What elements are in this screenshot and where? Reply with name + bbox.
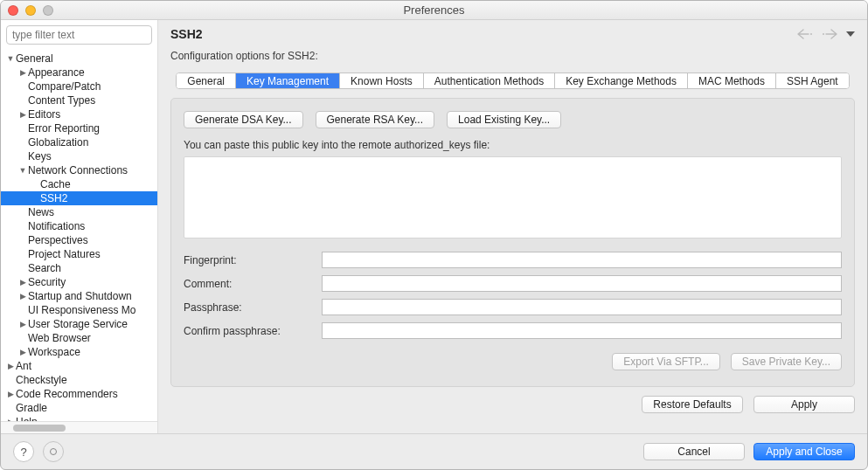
tab-group: GeneralKey ManagementKnown HostsAuthenti…	[176, 73, 849, 89]
tree-item[interactable]: Search	[1, 261, 157, 275]
page-nav-icons	[797, 29, 855, 39]
sidebar-scrollbar[interactable]	[1, 421, 157, 433]
confirm-passphrase-label: Confirm passphrase:	[184, 325, 315, 337]
main-panel: SSH2 Configuration options for SSH2: Gen…	[158, 20, 867, 433]
tree-item-label: Compare/Patch	[28, 80, 101, 93]
page-description: Configuration options for SSH2:	[158, 41, 867, 66]
maximize-icon[interactable]	[43, 5, 53, 16]
tab[interactable]: SSH Agent	[776, 73, 849, 88]
nav-back-icon[interactable]	[797, 29, 813, 39]
fingerprint-field[interactable]	[322, 252, 842, 268]
tree-item[interactable]: ▶Code Recommenders	[1, 387, 157, 401]
tree-item-label: Error Reporting	[28, 122, 100, 135]
tree-item[interactable]: ▶Appearance	[1, 66, 157, 79]
comment-field[interactable]	[322, 275, 842, 292]
progress-icon[interactable]	[43, 441, 64, 462]
tab[interactable]: Key Management	[236, 73, 340, 88]
apply-button[interactable]: Apply	[753, 396, 855, 413]
tree-item[interactable]: Cache	[1, 177, 157, 191]
tree-item[interactable]: ▶Help	[1, 415, 157, 421]
tab[interactable]: General	[177, 73, 236, 88]
close-icon[interactable]	[8, 5, 18, 16]
tab[interactable]: Authentication Methods	[424, 73, 555, 88]
tree-item[interactable]: Content Types	[1, 93, 157, 107]
export-sftp-button[interactable]: Export Via SFTP...	[612, 353, 720, 370]
tree-item[interactable]: Keys	[1, 149, 157, 163]
tree-item[interactable]: ▶Ant	[1, 359, 157, 373]
tree-item[interactable]: ▶Startup and Shutdown	[1, 289, 157, 303]
save-private-key-button[interactable]: Save Private Key...	[731, 353, 842, 370]
tree-item[interactable]: ▶Security	[1, 275, 157, 289]
chevron-right-icon[interactable]: ▶	[6, 362, 15, 370]
tree-item-label: Gradle	[16, 402, 47, 414]
chevron-right-icon[interactable]: ▶	[18, 292, 27, 301]
tree-item-label: Web Browser	[28, 332, 91, 344]
tree-item[interactable]: Web Browser	[1, 331, 157, 345]
chevron-right-icon[interactable]: ▶	[18, 278, 27, 287]
tree-item[interactable]: Notifications	[1, 219, 157, 233]
window-title: Preferences	[1, 3, 867, 17]
tree-item-label: Cache	[40, 178, 71, 190]
page-menu-icon[interactable]	[846, 31, 855, 38]
tree-item[interactable]: ▶Workspace	[1, 345, 157, 359]
tree-item[interactable]: Checkstyle	[1, 373, 157, 387]
tab[interactable]: Key Exchange Methods	[555, 73, 688, 88]
tree-item-label: Code Recommenders	[16, 388, 118, 400]
tree-item-label: News	[28, 206, 54, 218]
tree-item[interactable]: News	[1, 205, 157, 219]
restore-defaults-button[interactable]: Restore Defaults	[642, 396, 743, 413]
passphrase-field[interactable]	[322, 299, 842, 315]
public-key-textarea[interactable]	[184, 156, 842, 238]
minimize-icon[interactable]	[25, 5, 36, 16]
chevron-down-icon[interactable]: ▼	[6, 54, 15, 63]
tree-item[interactable]: ▶Editors	[1, 107, 157, 121]
cancel-button[interactable]: Cancel	[643, 443, 745, 460]
filter-input[interactable]	[6, 25, 152, 45]
tree-item[interactable]: ▶User Storage Service	[1, 317, 157, 331]
chevron-right-icon[interactable]: ▶	[18, 320, 27, 328]
tree-item[interactable]: UI Responsiveness Mo	[1, 303, 157, 317]
tree-item-label: Workspace	[28, 346, 80, 358]
tree-item[interactable]: Perspectives	[1, 233, 157, 247]
tab[interactable]: Known Hosts	[340, 73, 424, 88]
chevron-down-icon[interactable]: ▼	[18, 166, 27, 175]
tree-item[interactable]: Error Reporting	[1, 121, 157, 135]
comment-label: Comment:	[184, 278, 315, 290]
svg-point-1	[823, 33, 824, 35]
nav-forward-icon[interactable]	[822, 29, 837, 39]
tree-item-label: Search	[28, 262, 61, 274]
chevron-right-icon[interactable]: ▶	[18, 68, 27, 77]
chevron-right-icon[interactable]: ▶	[6, 390, 15, 398]
tree-item[interactable]: SSH2	[1, 191, 157, 205]
tree-item-label: Editors	[28, 108, 60, 121]
tree-item-label: General	[16, 52, 53, 65]
tab[interactable]: MAC Methods	[688, 73, 776, 88]
apply-and-close-button[interactable]: Apply and Close	[753, 443, 855, 460]
tree-item[interactable]: ▼General	[1, 52, 157, 66]
window-controls	[8, 5, 53, 16]
tree-item-label: Perspectives	[28, 234, 88, 246]
tree-item-label: Keys	[28, 150, 52, 162]
titlebar: Preferences	[1, 1, 867, 20]
passphrase-label: Passphrase:	[184, 301, 315, 314]
tree-item[interactable]: Gradle	[1, 401, 157, 415]
tree-item-label: Content Types	[28, 94, 95, 107]
tree-item-label: Project Natures	[28, 248, 101, 260]
tree-item-label: User Storage Service	[28, 318, 128, 330]
public-key-hint: You can paste this public key into the r…	[184, 139, 842, 151]
preferences-tree: ▼General▶AppearanceCompare/PatchContent …	[1, 50, 157, 421]
tree-item-label: Startup and Shutdown	[28, 290, 132, 302]
tree-item[interactable]: ▼Network Connections	[1, 163, 157, 177]
tree-item[interactable]: Globalization	[1, 135, 157, 149]
chevron-right-icon[interactable]: ▶	[18, 110, 27, 119]
tree-item[interactable]: Project Natures	[1, 247, 157, 261]
generate-rsa-button[interactable]: Generate RSA Key...	[316, 111, 435, 128]
help-icon[interactable]: ?	[13, 441, 34, 462]
tree-item-label: Notifications	[28, 220, 85, 232]
tree-item-label: Ant	[16, 360, 31, 372]
confirm-passphrase-field[interactable]	[322, 322, 842, 339]
chevron-right-icon[interactable]: ▶	[18, 348, 27, 356]
load-existing-key-button[interactable]: Load Existing Key...	[447, 111, 561, 128]
generate-dsa-button[interactable]: Generate DSA Key...	[184, 111, 303, 128]
tree-item[interactable]: Compare/Patch	[1, 79, 157, 93]
